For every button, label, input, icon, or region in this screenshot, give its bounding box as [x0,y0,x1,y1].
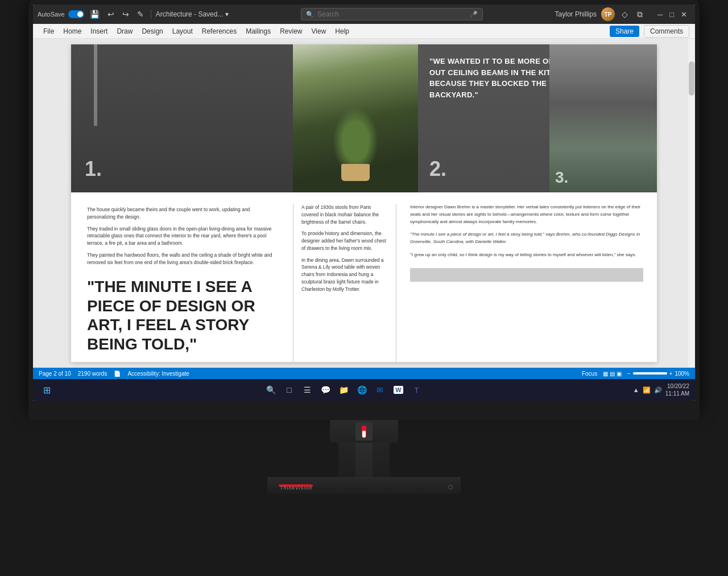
share-button[interactable]: Share [610,26,639,37]
titlebar-left: AutoSave 💾 ↩ ↪ ✎ Architecture - Saved...… [38,9,229,20]
body-mid: A pair of 1930s stools from Paris covere… [293,192,396,362]
menu-layout[interactable]: Layout [168,26,197,37]
section-number-1: 1. [85,157,102,181]
zoom-out-icon[interactable]: − [627,371,631,377]
zoom-fill [633,372,667,375]
paragraph-1: The house quickly became theirs and the … [87,206,277,221]
menu-references[interactable]: References [197,26,241,37]
menu-draw[interactable]: Draw [112,26,137,37]
window-controls: ─ □ ✕ [654,9,690,20]
menu-home[interactable]: Home [59,26,86,37]
taskbar-chat-icon[interactable]: 💬 [317,382,333,398]
volume-icon: 🔊 [654,386,662,394]
comments-button[interactable]: Comments [644,25,689,38]
user-initials: TP [605,11,612,18]
taskbar: ⊞ 🔍 □ ☰ 💬 📁 [33,379,695,401]
monitor-shell: AutoSave 💾 ↩ ↪ ✎ Architecture - Saved...… [28,0,700,494]
document-page: 1. "WE WANTED IT TO BE MORE OPEN, WE ALS… [71,44,657,362]
page-top-section: 1. "WE WANTED IT TO BE MORE OPEN, WE ALS… [71,44,657,192]
date-display: 10/20/22 [665,382,689,390]
maximize-button[interactable]: □ [666,9,677,20]
statusbar: Page 2 of 10 2190 words 📄 Accessibility:… [33,368,695,379]
screen: AutoSave 💾 ↩ ↪ ✎ Architecture - Saved...… [33,5,695,401]
mid-paragraph-1: A pair of 1930s stools from Paris covere… [301,204,388,225]
wifi-icon: ▲ [633,386,639,393]
minimize-button[interactable]: ─ [654,9,666,20]
neck-white-accent [362,431,366,438]
statusbar-right: Focus ▦ ▤ ▣ − + 100% [582,371,689,377]
customize-icon[interactable]: ✎ [135,9,146,20]
document-area: 1. "WE WANTED IT TO BE MORE OPEN, WE ALS… [33,39,695,368]
restore-icon[interactable]: ⧉ [635,9,645,20]
doc-title-text: Architecture - Saved... [156,10,224,18]
titlebar: AutoSave 💾 ↩ ↪ ✎ Architecture - Saved...… [33,5,695,24]
column-center-image [293,44,418,192]
menubar: File Home Insert Draw Design Layout Refe… [33,24,695,39]
user-avatar[interactable]: TP [601,7,615,21]
monitor-base: ThinkVision [267,477,461,494]
page-info: Page 2 of 10 [39,371,71,377]
taskbar-windows-icon[interactable]: ⊞ [39,382,55,398]
right-paragraph-1: Interior designer Dawn Brehm is a master… [410,204,643,225]
datetime-display[interactable]: 10/20/22 11:11 AM [665,382,689,397]
menu-insert[interactable]: Insert [86,26,112,37]
taskbar-search-icon[interactable]: 🔍 [263,382,279,398]
menu-file[interactable]: File [39,26,59,37]
taskbar-widgets-icon[interactable]: □ [281,382,297,398]
zoom-slider[interactable] [633,372,667,375]
column-left: 1. [71,44,293,192]
taskbar-explorer-icon[interactable]: 📁 [336,382,351,398]
focus-button[interactable]: Focus [582,371,597,377]
autosave-toggle[interactable] [68,10,84,18]
titlebar-right: Taylor Phillips TP ◇ ⧉ ─ □ ✕ [555,7,690,21]
right-quote-text: "The minute I see a piece of design or a… [410,231,643,246]
plant-image [293,44,418,192]
zoom-in-icon[interactable]: + [669,371,673,377]
taskbar-start-icon[interactable]: ☰ [299,382,315,398]
section-number-3: 3. [555,168,568,187]
search-input[interactable] [317,10,466,18]
ribbon-icon[interactable]: ◇ [619,9,630,20]
undo-icon[interactable]: ↩ [105,9,117,20]
search-taskbar-icon: 🔍 [266,385,276,394]
scrollbar-thumb[interactable] [689,61,694,96]
edge-icon: 🌐 [357,385,367,394]
monitor-bottom-bezel [28,408,700,420]
menu-mailings[interactable]: Mailings [241,26,275,37]
close-button[interactable]: ✕ [677,9,690,20]
taskbar-center: 🔍 □ ☰ 💬 📁 🌐 [57,382,631,398]
menu-review[interactable]: Review [275,26,307,37]
taskbar-mail-icon[interactable]: ✉ [372,382,388,398]
gray-bar [410,268,643,282]
menu-view[interactable]: View [307,26,331,37]
mail-icon: ✉ [377,385,383,394]
view-icons: ▦ ▤ ▣ [603,371,622,377]
zoom-level: 100% [675,371,689,377]
time-display: 11:11 AM [665,390,689,397]
save-icon[interactable]: 💾 [88,9,102,20]
chat-icon: 💬 [321,385,330,394]
taskbar-word-icon[interactable]: W [390,382,406,398]
page-body: The house quickly became theirs and the … [71,192,657,362]
accessibility-status[interactable]: Accessibility: Investigate [127,371,189,377]
page-number: Page 2 of 10 [39,371,71,377]
redo-icon[interactable]: ↪ [120,9,131,20]
start-icon: ☰ [304,385,311,394]
titlebar-search-area: 🔍 🎤 [231,8,552,20]
windows-icon: ⊞ [43,385,51,396]
menu-design[interactable]: Design [137,26,167,37]
search-box[interactable]: 🔍 🎤 [301,8,483,20]
power-indicator[interactable] [448,485,453,489]
taskbar-edge-icon[interactable]: 🌐 [354,382,370,398]
scrollbar[interactable] [688,39,695,368]
search-icon: 🔍 [306,11,314,18]
user-name: Taylor Phillips [555,10,597,18]
body-right: Interior designer Dawn Brehm is a master… [396,192,657,362]
doc-save-icon: 📄 [114,371,121,377]
mid-paragraph-3: In the dining area, Dawn surrounded a Se… [301,257,388,293]
section-number-2: 2. [429,157,446,181]
neck-detail [355,422,373,441]
taskbar-teams-icon[interactable]: T [408,382,424,398]
widgets-icon: □ [287,385,291,394]
menu-help[interactable]: Help [330,26,354,37]
